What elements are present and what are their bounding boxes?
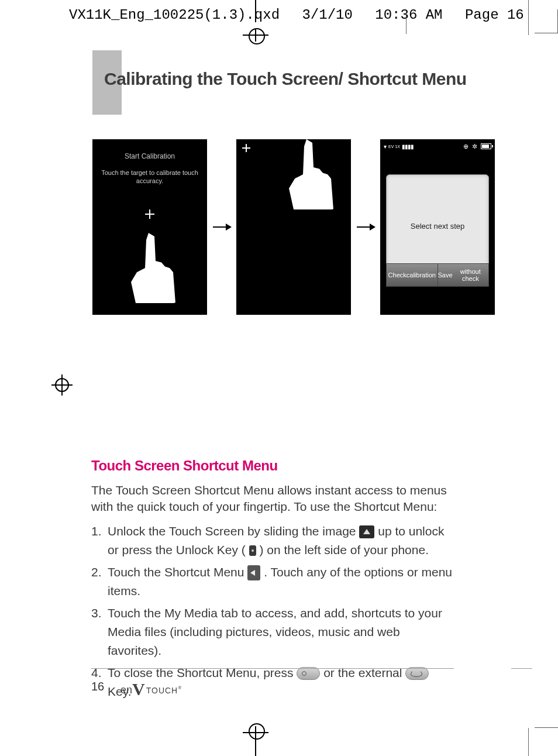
check-calibration-button[interactable]: Check calibration: [386, 263, 438, 287]
page-number: 16: [91, 680, 104, 693]
location-icon: ⊕: [463, 143, 469, 150]
brand-logo: enVTOUCH®: [120, 678, 181, 697]
battery-icon: [481, 143, 491, 149]
slide-up-icon: [359, 525, 374, 538]
dialog-prompt: Select next step: [387, 222, 488, 231]
arrow-right-icon: [357, 226, 374, 228]
save-without-check-button[interactable]: Save without check: [438, 263, 490, 287]
section-heading: Touch Screen Shortcut Menu: [91, 458, 454, 474]
shortcut-menu-icon: [247, 565, 260, 580]
proof-time: 10:36 AM: [375, 7, 442, 23]
step-3: Touch the My Media tab to access, and ad…: [91, 604, 454, 660]
print-proof-header: VX11K_Eng_100225(1.3).qxd 3/1/10 10:36 A…: [69, 7, 538, 23]
crosshair-icon: [242, 144, 250, 152]
crop-mark-bottom-right: [535, 705, 558, 728]
signal-bars-icon: [402, 143, 414, 150]
calibration-heading: Start Calibration: [92, 152, 207, 160]
trim-mark-right-bottom: [528, 728, 529, 756]
step-1: Unlock the Touch Screen by sliding the i…: [91, 522, 454, 559]
network-label: EV 1X: [388, 145, 400, 149]
registration-mark-left: [51, 374, 73, 396]
proof-date: 3/1/10: [302, 7, 352, 23]
status-bar: ▾ EV 1X ⊕ ✲: [384, 142, 491, 151]
footer-rule: [91, 668, 454, 669]
unlock-key-icon: [249, 545, 256, 556]
step-2: Touch the Shortcut Menu . Touch any of t…: [91, 563, 454, 600]
hand-icon: [119, 233, 178, 303]
crosshair-icon: [145, 209, 154, 219]
external-key-icon: [405, 667, 429, 680]
registration-mark-bottom: [243, 721, 268, 756]
steps-list: Unlock the Touch Screen by sliding the i…: [91, 522, 454, 701]
dialog-buttons: Check calibration Save without check: [386, 263, 489, 287]
calibration-body: Touch the target to calibrate touch accu…: [101, 169, 199, 185]
body-content: Touch Screen Shortcut Menu The Touch Scr…: [91, 458, 454, 705]
screenshot-select-next-step: ▾ EV 1X ⊕ ✲ Select next step Check calib…: [380, 139, 495, 315]
arrow-right-icon: [213, 226, 230, 228]
registration-mark-top: [243, 0, 268, 35]
page-title: Calibrating the Touch Screen/ Shortcut M…: [104, 69, 467, 89]
screenshot-calibration-start: Start Calibration Touch the target to ca…: [92, 139, 207, 315]
hand-icon: [277, 139, 336, 209]
bluetooth-icon: ✲: [472, 143, 477, 150]
clear-key-icon: [297, 667, 320, 680]
proof-pageref: Page 16: [465, 7, 524, 23]
section-intro: The Touch Screen Shortcut Menu allows in…: [91, 482, 454, 515]
calibration-sequence: Start Calibration Touch the target to ca…: [92, 139, 495, 315]
screenshot-calibration-touch: [236, 139, 351, 315]
crop-mark-top: [406, 11, 407, 34]
crop-mark-top-right: [535, 33, 558, 56]
signal-icon: ▾: [384, 143, 387, 150]
trim-mark-right-top: [528, 0, 529, 35]
footer-rule-right: [511, 668, 532, 669]
